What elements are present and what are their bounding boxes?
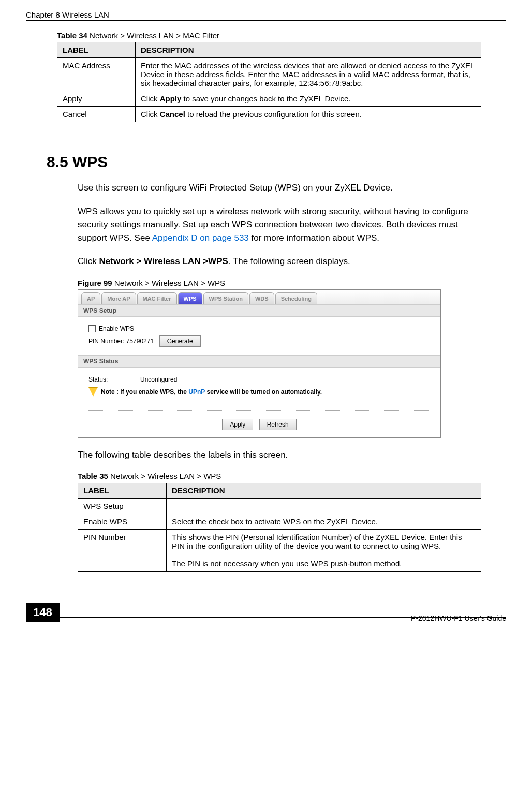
table35-row2-desc: This shows the PIN (Personal Identificat… xyxy=(167,530,481,572)
figure99-caption: Figure 99 Network > Wireless LAN > WPS xyxy=(78,279,506,287)
paragraph-3: Click Network > Wireless LAN >WPS. The f… xyxy=(78,255,485,268)
table34-header-desc: DESCRIPTION xyxy=(136,42,481,58)
status-label: Status: xyxy=(88,376,140,383)
table34-caption-rest: Network > Wireless LAN > MAC Filter xyxy=(87,31,219,40)
table34-row0-label: MAC Address xyxy=(57,58,136,91)
post-figure-text: The following table describes the labels… xyxy=(78,448,485,462)
table-row: WPS Setup xyxy=(78,499,481,514)
wps-setup-bar: WPS Setup xyxy=(78,304,440,317)
wps-screenshot: AP More AP MAC Filter WPS WPS Station WD… xyxy=(78,289,441,438)
upnp-link[interactable]: UPnP xyxy=(188,388,205,396)
table34-header-label: LABEL xyxy=(57,42,136,58)
page-header: Chapter 8 Wireless LAN xyxy=(26,10,506,21)
table35-row1-label: Enable WPS xyxy=(78,514,167,530)
status-row: Status: Unconfigured xyxy=(88,376,430,383)
button-row: Apply Refresh xyxy=(78,415,440,437)
table35-row0-label: WPS Setup xyxy=(78,499,167,514)
table34-caption: Table 34 Network > Wireless LAN > MAC Fi… xyxy=(57,31,506,40)
tab-bar: AP More AP MAC Filter WPS WPS Station WD… xyxy=(78,290,440,304)
pin-row: PIN Number: 75790271 Generate xyxy=(88,335,430,347)
pin-number-label: PIN Number: 75790271 xyxy=(88,338,154,345)
tab-scheduling[interactable]: Scheduling xyxy=(275,292,317,304)
table35-caption-rest: Network > Wireless LAN > WPS xyxy=(108,472,221,480)
table-row: Cancel Click Cancel to reload the previo… xyxy=(57,107,481,122)
paragraph-1: Use this screen to configure WiFi Protec… xyxy=(78,181,485,195)
table35-caption-bold: Table 35 xyxy=(78,472,108,480)
enable-wps-label: Enable WPS xyxy=(99,325,134,332)
wps-status-body: Status: Unconfigured Note : If you enabl… xyxy=(78,368,440,406)
table34-row2-label: Cancel xyxy=(57,107,136,122)
table34-row1-label: Apply xyxy=(57,91,136,107)
table35: LABEL DESCRIPTION WPS Setup Enable WPS S… xyxy=(78,483,481,572)
table35-caption: Table 35 Network > Wireless LAN > WPS xyxy=(78,472,506,480)
table34-row0-desc: Enter the MAC addresses of the wireless … xyxy=(136,58,481,91)
separator xyxy=(88,410,430,411)
table34-caption-bold: Table 34 xyxy=(57,31,87,40)
tab-wps-station[interactable]: WPS Station xyxy=(203,292,248,304)
page-number: 148 xyxy=(26,603,60,622)
enable-wps-row: Enable WPS xyxy=(88,325,430,332)
table-row: Apply Click Apply to save your changes b… xyxy=(57,91,481,107)
note-row: Note : If you enable WPS, the UPnP servi… xyxy=(88,387,430,397)
table-row: Enable WPS Select the check box to activ… xyxy=(78,514,481,530)
tab-wds[interactable]: WDS xyxy=(249,292,274,304)
table34-header-row: LABEL DESCRIPTION xyxy=(57,42,481,58)
table34: LABEL DESCRIPTION MAC Address Enter the … xyxy=(57,42,481,122)
apply-button[interactable]: Apply xyxy=(222,419,253,430)
appendix-link[interactable]: Appendix D on page 533 xyxy=(152,233,249,243)
section-heading: 8.5 WPS xyxy=(47,153,506,171)
note-text: Note : If you enable WPS, the UPnP servi… xyxy=(101,388,322,396)
table34-row2-desc: Click Cancel to reload the previous conf… xyxy=(136,107,481,122)
figure99-caption-bold: Figure 99 xyxy=(78,279,112,287)
tab-ap[interactable]: AP xyxy=(81,292,100,304)
paragraph-2: WPS allows you to quickly set up a wirel… xyxy=(78,205,485,245)
table-row: MAC Address Enter the MAC addresses of t… xyxy=(57,58,481,91)
table-row: PIN Number This shows the PIN (Personal … xyxy=(78,530,481,572)
table34-row1-desc: Click Apply to save your changes back to… xyxy=(136,91,481,107)
tab-wps[interactable]: WPS xyxy=(178,292,202,304)
table35-header-desc: DESCRIPTION xyxy=(167,483,481,499)
refresh-button[interactable]: Refresh xyxy=(259,419,297,430)
generate-button[interactable]: Generate xyxy=(159,335,201,347)
figure99-caption-rest: Network > Wireless LAN > WPS xyxy=(112,279,225,287)
note-icon xyxy=(88,387,98,397)
wps-setup-body: Enable WPS PIN Number: 75790271 Generate xyxy=(78,317,440,355)
table35-row2-label: PIN Number xyxy=(78,530,167,572)
wps-status-bar: WPS Status xyxy=(78,355,440,368)
tab-mac-filter[interactable]: MAC Filter xyxy=(137,292,177,304)
table35-header-row: LABEL DESCRIPTION xyxy=(78,483,481,499)
footer-guide: P-2612HWU-F1 User's Guide xyxy=(26,614,506,622)
tab-more-ap[interactable]: More AP xyxy=(101,292,136,304)
table35-header-label: LABEL xyxy=(78,483,167,499)
enable-wps-checkbox[interactable] xyxy=(88,325,96,332)
chapter-title: Chapter 8 Wireless LAN xyxy=(26,10,109,19)
table35-row0-desc xyxy=(167,499,481,514)
table35-row1-desc: Select the check box to activate WPS on … xyxy=(167,514,481,530)
status-value: Unconfigured xyxy=(140,376,177,383)
